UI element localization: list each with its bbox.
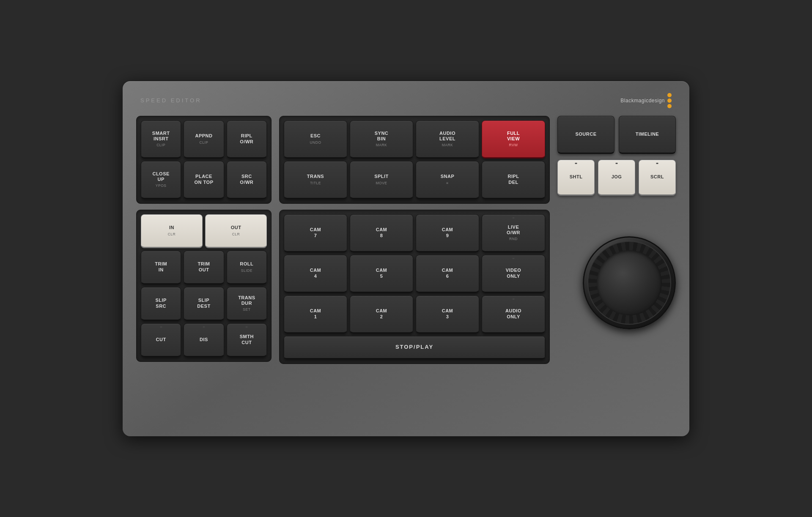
key-audio-only[interactable]: AUDIOONLY [482,295,545,334]
top-center-grid: ESC UNDO SYNCBIN MARK AUDIOLEVEL MARK FU… [279,116,550,204]
brand-name: Blackmagicdesign [620,98,665,104]
key-smth-cut[interactable]: SMTHCUT [227,323,267,357]
jog-wheel[interactable] [583,236,676,329]
key-cam7[interactable]: CAM7 [284,214,347,252]
key-cam4[interactable]: CAM4 [284,255,347,293]
key-live-owr[interactable]: LIVEO/WR RND [482,214,545,252]
bottom-center-grid: CAM7 CAM8 CAM9 LIVEO/WR RND CAM4 [279,210,550,364]
key-source[interactable]: SOURCE [557,116,614,154]
jog-wheel-container [583,202,676,364]
key-trim-out[interactable]: TRIMOUT [184,251,224,284]
in-out-row: IN CLR OUT CLR [141,214,267,248]
key-trans[interactable]: TRANS TITLE [284,161,347,199]
jog-led [616,163,618,164]
center-panel: ESC UNDO SYNCBIN MARK AUDIOLEVEL MARK FU… [279,116,550,364]
key-ripl-owr[interactable]: RIPLO/WR [227,120,267,159]
top-left-grid: SMARTINSRT CLIP APPND CLIP RIPLO/WR CLOS… [136,116,272,204]
audio-only-led [513,298,515,300]
key-cut[interactable]: CUT [141,323,181,357]
key-src-owr[interactable]: SRCO/WR [227,161,267,199]
main-layout: SMARTINSRT CLIP APPND CLIP RIPLO/WR CLOS… [136,116,676,364]
left-panel: SMARTINSRT CLIP APPND CLIP RIPLO/WR CLOS… [136,116,272,364]
key-shtl[interactable]: SHTL [557,160,595,196]
shuttle-row: SHTL JOG SCRL [557,160,676,196]
key-roll[interactable]: ROLL SLIDE [227,251,267,284]
trim-key-grid: TRIMIN TRIMOUT ROLL SLIDE SLIPSRC SLIPDE… [141,251,267,357]
brand-dots [667,93,672,108]
scrl-led [656,163,658,164]
key-close-up[interactable]: CLOSEUP YPOS [141,161,181,199]
key-ripl-del[interactable]: RIPLDEL [482,161,545,199]
key-jog[interactable]: JOG [598,160,635,196]
key-in[interactable]: IN CLR [141,214,203,248]
key-video-only[interactable]: VIDEOONLY [482,255,545,293]
key-place-on-top[interactable]: PLACEON TOP [184,161,224,199]
key-slip-src[interactable]: SLIPSRC [141,287,181,321]
shtl-led [575,163,577,164]
dis-led [203,326,205,328]
key-appnd[interactable]: APPND CLIP [184,120,224,159]
insert-key-grid: SMARTINSRT CLIP APPND CLIP RIPLO/WR CLOS… [141,120,267,199]
key-trim-in[interactable]: TRIMIN [141,251,181,284]
device-header: SPEED EDITOR Blackmagicdesign [136,93,676,108]
key-esc[interactable]: ESC UNDO [284,120,347,159]
bottom-left-grid: IN CLR OUT CLR TRIMIN TRIMOUT [136,210,272,362]
key-cam5[interactable]: CAM5 [350,255,413,293]
key-slip-dest[interactable]: SLIPDEST [184,287,224,321]
key-trans-dur[interactable]: TRANSDUR SET [227,287,267,321]
key-scrl[interactable]: SCRL [639,160,676,196]
video-only-led [513,258,515,259]
right-panel: SOURCE TIMELINE SHTL JOG SCRL [557,116,676,364]
key-cam1[interactable]: CAM1 [284,295,347,334]
key-audio-level[interactable]: AUDIOLEVEL MARK [416,120,479,159]
smth-cut-led [246,326,248,328]
cam-key-grid: CAM7 CAM8 CAM9 LIVEO/WR RND CAM4 [284,214,545,334]
device-title: SPEED EDITOR [140,97,202,104]
source-timeline-row: SOURCE TIMELINE [557,116,676,154]
brand-dot-1 [667,93,672,97]
key-dis[interactable]: DIS [184,323,224,357]
key-cam3[interactable]: CAM3 [416,295,479,334]
cut-led [160,326,162,328]
key-timeline[interactable]: TIMELINE [619,116,676,154]
speed-editor-device: SPEED EDITOR Blackmagicdesign SMARTINSRT… [123,81,689,436]
key-stop-play[interactable]: STOP/PLAY [284,336,545,359]
key-cam9[interactable]: CAM9 [416,214,479,252]
key-cam6[interactable]: CAM6 [416,255,479,293]
key-full-view[interactable]: FULLVIEW RVW [482,120,545,159]
brand-logo: Blackmagicdesign [620,93,672,108]
live-owr-led [513,217,515,219]
brand-dot-2 [667,98,672,103]
brand-dot-3 [667,104,672,108]
key-split[interactable]: SPLIT MOVE [350,161,413,199]
key-cam2[interactable]: CAM2 [350,295,413,334]
key-smart-insrt[interactable]: SMARTINSRT CLIP [141,120,181,159]
function-key-grid: ESC UNDO SYNCBIN MARK AUDIOLEVEL MARK FU… [284,120,545,199]
key-cam8[interactable]: CAM8 [350,214,413,252]
key-out[interactable]: OUT CLR [205,214,267,248]
key-snap[interactable]: SNAP ≡ [416,161,479,199]
key-sync-bin[interactable]: SYNCBIN MARK [350,120,413,159]
